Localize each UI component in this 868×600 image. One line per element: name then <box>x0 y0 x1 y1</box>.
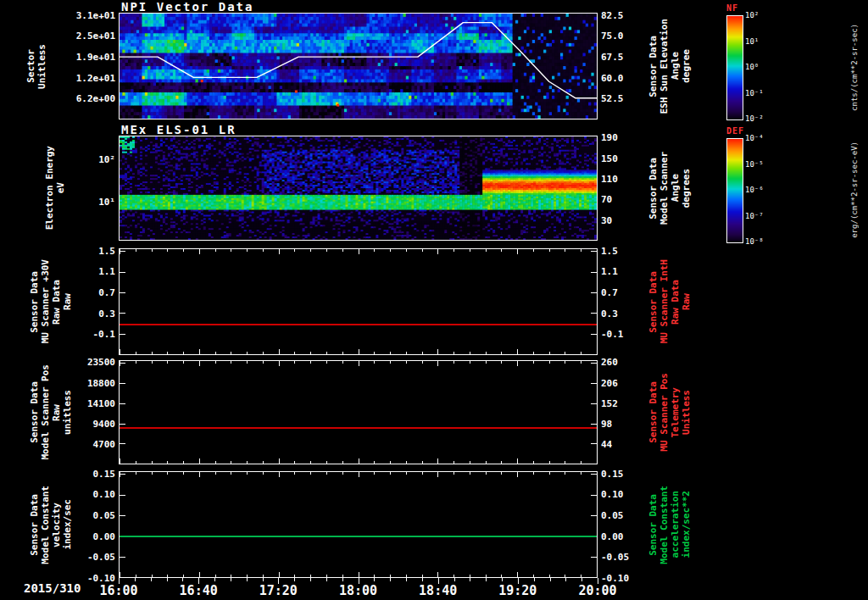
x-tick-mark <box>279 249 280 254</box>
x-tick-mark <box>390 575 391 577</box>
x-tick-mark <box>167 575 168 577</box>
y-tick-label-right: 150 <box>601 153 618 164</box>
x-tick-mark <box>533 461 534 464</box>
x-tick-mark <box>597 472 598 477</box>
colorbar-tick-label: 10⁻² <box>745 114 764 123</box>
x-axis-tick-mark <box>565 578 566 581</box>
y-tick-label-right: 98 <box>601 418 612 429</box>
x-tick-mark <box>501 461 502 464</box>
panel-model-scanner-pos <box>119 360 598 464</box>
y-tick-mark <box>120 557 125 558</box>
y-tick-mark <box>591 383 597 384</box>
y-tick-mark <box>591 557 597 558</box>
right-axis-label-mu-scanner-30v-line: MU Scanner IntH <box>659 259 670 343</box>
npi-spectrogram-canvas <box>120 14 597 119</box>
x-tick-mark <box>359 458 359 464</box>
x-tick-mark <box>152 472 153 475</box>
x-tick-mark <box>152 249 153 252</box>
right-axis-label-model-scanner-pos-line: Unitless <box>681 390 692 435</box>
x-tick-mark <box>359 472 359 477</box>
data-line-model-constant-velocity <box>120 536 597 537</box>
x-tick-mark <box>231 361 231 364</box>
x-tick-mark <box>231 472 231 475</box>
x-tick-mark <box>183 461 184 464</box>
left-axis-label-model-scanner-pos-line: Raw <box>51 404 62 421</box>
x-tick-mark <box>326 249 327 252</box>
x-tick-mark <box>136 575 136 577</box>
right-axis-label-model-constant-velocity-line: Sensor Data <box>648 494 659 556</box>
right-axis-label-model-constant-velocity-line: acceleration <box>670 491 681 558</box>
x-tick-mark <box>549 461 550 464</box>
x-tick-mark <box>231 575 231 577</box>
left-axis-label-mu-scanner-30v-line: Raw <box>62 293 73 310</box>
x-tick-mark <box>565 249 565 252</box>
y-tick-label-right: 75.0 <box>601 31 624 42</box>
x-tick-mark <box>263 575 264 577</box>
y-tick-label-right: 0.00 <box>601 531 624 542</box>
x-tick-mark <box>136 461 136 464</box>
x-tick-mark <box>342 472 343 475</box>
left-axis-label-npi-line: Unitless <box>36 44 47 89</box>
x-tick-mark <box>437 349 438 354</box>
x-axis-tick-mark <box>310 578 311 581</box>
y-tick-label-right: -0.1 <box>601 329 624 340</box>
right-axis-label-model-constant-velocity: Sensor DataModel Constantaccelerationind… <box>646 471 693 578</box>
x-tick-mark <box>390 472 391 475</box>
right-axis-label-els-line: Model Scanner <box>659 152 670 225</box>
x-tick-label: 16:40 <box>180 583 218 598</box>
right-axis-label-npi-line: ESH Sun Elevation <box>659 19 670 114</box>
left-axis-label-model-constant-velocity-line: velocity <box>51 503 62 547</box>
x-tick-mark <box>342 461 343 464</box>
y-tick-mark <box>120 403 125 404</box>
y-tick-mark <box>591 363 597 364</box>
right-axis-label-model-scanner-pos-line: Sensor Data <box>648 381 659 443</box>
x-tick-mark <box>199 472 200 477</box>
x-tick-mark <box>565 461 565 464</box>
x-tick-mark <box>533 249 534 252</box>
x-tick-mark <box>501 472 502 475</box>
panel-title-els: MEx ELS-01 LR <box>121 123 236 136</box>
right-axis-label-npi-line: Sensor Data <box>648 36 659 97</box>
y-tick-mark <box>120 424 125 425</box>
y-tick-mark <box>591 403 597 404</box>
y-tick-label-right: 152 <box>601 397 618 408</box>
x-axis-tick-mark <box>214 578 215 581</box>
left-axis-label-model-scanner-pos: Sensor DataModel Scanner PosRawunitless <box>27 360 75 464</box>
x-tick-mark <box>342 575 343 577</box>
x-tick-mark <box>183 361 184 364</box>
x-tick-mark <box>279 349 280 354</box>
y-tick-mark <box>591 495 597 496</box>
left-axis-label-model-constant-velocity-line: Sensor Data <box>29 494 40 556</box>
x-axis-tick-mark <box>278 578 279 584</box>
x-tick-mark <box>247 472 248 475</box>
x-tick-mark <box>549 472 550 475</box>
x-tick-mark <box>294 352 295 354</box>
right-axis-label-mu-scanner-30v-line: Raw <box>681 293 692 310</box>
colorbar-tick-label: 10² <box>745 11 759 19</box>
x-tick-mark <box>342 249 343 252</box>
y-tick-label-left: 3.1e+01 <box>0 9 115 20</box>
colorbar-tick-label: 10⁻⁶ <box>745 186 764 194</box>
y-tick-mark <box>591 334 597 335</box>
y-tick-label-right: 52.5 <box>601 93 624 104</box>
left-axis-label-els-line: eV <box>55 182 66 193</box>
x-tick-mark <box>215 352 216 354</box>
y-tick-mark <box>591 272 597 273</box>
x-tick-mark <box>136 472 136 475</box>
x-tick-mark <box>120 458 120 464</box>
x-tick-mark <box>486 352 487 354</box>
y-tick-label-right: 60.0 <box>601 72 624 83</box>
x-tick-mark <box>453 472 454 475</box>
right-axis-label-model-scanner-pos-line: Telemetry <box>670 387 681 438</box>
x-axis-tick-mark <box>438 578 439 584</box>
x-tick-mark <box>390 361 391 364</box>
x-axis-tick-mark <box>422 578 423 581</box>
x-tick-mark <box>517 572 518 577</box>
multi-panel-science-plot: NPI Vector Data MEx ELS-01 LR 2015/310 3… <box>0 0 868 600</box>
panel-npi <box>119 13 598 119</box>
x-axis-tick-mark <box>374 578 375 581</box>
y-tick-label-left: 1.9e+01 <box>0 51 115 62</box>
y-tick-label-left: 6.2e+00 <box>0 93 115 104</box>
x-axis-tick-mark <box>598 578 598 584</box>
x-tick-mark <box>183 249 184 252</box>
